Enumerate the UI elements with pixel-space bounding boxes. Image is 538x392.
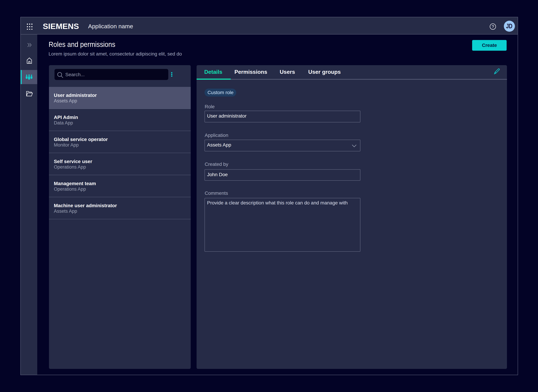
svg-text:?: ? [492, 24, 494, 29]
